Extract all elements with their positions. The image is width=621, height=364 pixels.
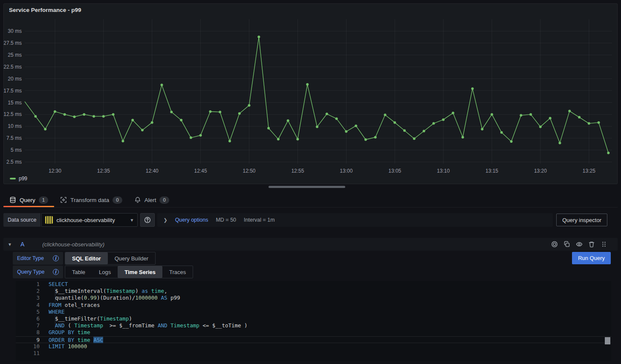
datasource-help-button[interactable] — [140, 213, 155, 227]
x-axis-tick-label: 12:45 — [194, 168, 207, 174]
tab-label: Transform data — [70, 197, 109, 203]
sql-code-editor[interactable]: 1SELECT2 $__timeInterval(Timestamp) as t… — [16, 281, 611, 361]
line-number: 11 — [16, 350, 40, 357]
query-type-row: Query Type i TableLogsTime SeriesTraces — [13, 266, 193, 278]
series-line-p99 — [25, 37, 608, 153]
y-axis-tick-label: 20 ms — [8, 76, 22, 82]
info-icon[interactable]: i — [53, 269, 59, 275]
data-point — [131, 119, 134, 121]
data-point — [161, 84, 163, 86]
trash-icon[interactable] — [588, 241, 595, 248]
data-point — [287, 119, 289, 122]
query-row-header: ▼ A (clickhouse-observability) — [3, 238, 618, 251]
tab-query[interactable]: Query1 — [3, 193, 54, 207]
chevron-down-icon: ▼ — [130, 218, 134, 222]
code-text: GROUP BY time — [49, 329, 611, 336]
data-point — [413, 137, 416, 140]
code-line-5[interactable]: 5WHERE — [16, 309, 611, 315]
query-type-option-traces[interactable]: Traces — [162, 266, 193, 278]
code-line-6[interactable]: 6 $__timeFilter(Timestamp) — [16, 315, 611, 322]
y-axis-tick-label: 12.5 ms — [4, 111, 22, 117]
query-type-segmented: TableLogsTime SeriesTraces — [65, 266, 193, 278]
y-axis-tick-label: 7.5 ms — [6, 135, 22, 141]
data-point — [199, 134, 202, 137]
disable-query-icon[interactable] — [551, 241, 558, 248]
x-axis-tick-label: 13:20 — [534, 168, 547, 174]
data-point — [559, 142, 561, 144]
chart-gridlines — [25, 19, 612, 164]
y-axis-tick-label: 30 ms — [8, 28, 22, 34]
query-row-actions — [551, 241, 607, 248]
data-point — [296, 138, 299, 140]
horizontal-scrollbar-thumb[interactable] — [269, 186, 345, 188]
data-point — [607, 152, 609, 154]
x-axis-tick-label: 13:15 — [485, 168, 498, 174]
data-point — [452, 112, 454, 114]
data-point — [102, 115, 105, 118]
series-points-p99 — [34, 36, 609, 154]
drag-handle-icon[interactable] — [601, 241, 607, 248]
code-line-1[interactable]: 1SELECT — [16, 281, 611, 288]
query-type-option-time-series[interactable]: Time Series — [118, 266, 162, 278]
query-options-md: MD = 50 — [216, 217, 236, 223]
data-point — [393, 121, 396, 124]
x-axis-tick-label: 13:10 — [437, 168, 450, 174]
x-axis-tick-label: 12:30 — [49, 168, 61, 174]
code-line-4[interactable]: 4FROM otel_traces — [16, 302, 611, 309]
data-point — [64, 113, 66, 116]
info-icon[interactable]: i — [53, 255, 59, 261]
data-point — [209, 110, 211, 113]
tab-transform-data[interactable]: Transform data0 — [54, 193, 128, 207]
data-point — [190, 136, 192, 139]
data-point — [539, 125, 542, 128]
code-line-7[interactable]: 7 AND ( Timestamp >= $__fromTime AND Tim… — [16, 322, 611, 329]
code-line-3[interactable]: 3 quantile(0.99)(Duration)/1000000 AS p9… — [16, 295, 611, 301]
datasource-selected-value: clickhouse-observability — [56, 217, 126, 223]
data-point — [83, 113, 85, 116]
editor-type-option-sql-editor[interactable]: SQL Editor — [65, 252, 108, 264]
query-type-option-logs[interactable]: Logs — [92, 266, 118, 278]
code-text: $__timeInterval(Timestamp) as time, — [49, 288, 611, 295]
data-point — [306, 83, 309, 86]
editor-type-option-query-builder[interactable]: Query Builder — [108, 252, 155, 264]
data-point — [228, 140, 231, 142]
editor-type-label-chip: Editor Type i — [13, 252, 63, 265]
y-axis-tick-label: 27.5 ms — [4, 40, 22, 46]
line-number: 4 — [16, 302, 40, 309]
line-number: 7 — [16, 322, 40, 329]
database-icon — [9, 196, 16, 203]
code-text: WHERE — [49, 309, 611, 315]
data-point — [481, 128, 483, 130]
tab-count-badge: 0 — [113, 196, 122, 204]
collapse-chevron-icon[interactable]: ▼ — [8, 242, 12, 247]
line-number: 10 — [16, 343, 40, 350]
query-ref-id[interactable]: A — [20, 241, 24, 248]
code-line-9[interactable]: 9ORDER BY time ASC — [16, 336, 611, 343]
code-line-10[interactable]: 10LIMIT 100000 — [16, 343, 611, 350]
editor-type-label: Editor Type — [17, 255, 44, 261]
data-point — [462, 136, 464, 139]
eye-icon[interactable] — [576, 241, 583, 248]
legend[interactable]: p99 — [10, 176, 27, 182]
query-options-link[interactable]: Query options — [175, 217, 208, 223]
query-inspector-button[interactable]: Query inspector — [556, 214, 607, 226]
data-point — [316, 125, 318, 128]
code-text: quantile(0.99)(Duration)/1000000 AS p99 — [49, 295, 611, 301]
query-type-option-table[interactable]: Table — [65, 266, 92, 278]
code-line-8[interactable]: 8GROUP BY time — [16, 329, 611, 336]
data-point — [384, 114, 387, 116]
duplicate-icon[interactable] — [563, 241, 570, 248]
x-axis-tick-label: 12:40 — [146, 168, 159, 174]
legend-series-label: p99 — [19, 176, 27, 182]
chevron-right-icon[interactable]: ❯ — [163, 217, 167, 223]
data-point — [170, 111, 173, 113]
tab-alert[interactable]: Alert0 — [128, 193, 175, 207]
code-text: ORDER BY time ASC — [49, 337, 611, 343]
run-query-button[interactable]: Run Query — [572, 252, 611, 264]
code-line-11[interactable]: 11 — [16, 350, 611, 357]
legend-series-swatch — [10, 178, 16, 179]
datasource-picker[interactable]: clickhouse-observability ▼ — [41, 213, 138, 227]
data-point — [54, 110, 56, 113]
query-type-label: Query Type — [17, 269, 44, 275]
code-line-2[interactable]: 2 $__timeInterval(Timestamp) as time, — [16, 288, 611, 295]
